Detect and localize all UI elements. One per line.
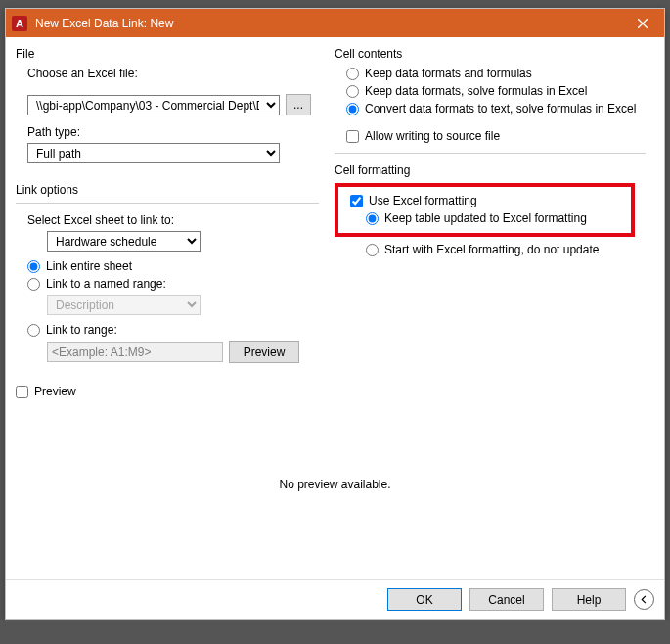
link-entire-sheet-label: Link entire sheet: [46, 259, 132, 273]
keep-formats-formulas-label: Keep data formats and formulas: [365, 67, 532, 80]
excel-file-select[interactable]: \\gbi-app\Company\03 - Commercial Dept\D…: [27, 95, 280, 115]
button-bar: OK Cancel Help: [6, 579, 664, 619]
separator: [335, 153, 646, 154]
cell-formatting-group-label: Cell formatting: [335, 163, 646, 177]
link-to-range-label: Link to range:: [46, 323, 117, 337]
titlebar[interactable]: A New Excel Data Link: New: [6, 9, 664, 37]
link-options-group-label: Link options: [16, 183, 319, 197]
cell-contents-group-label: Cell contents: [335, 47, 646, 61]
choose-file-label: Choose an Excel file:: [27, 67, 319, 80]
expand-button[interactable]: [634, 589, 654, 610]
keep-formats-formulas-radio[interactable]: [346, 68, 359, 80]
dialog-window: A New Excel Data Link: New File Choose a…: [5, 8, 665, 620]
keep-updated-radio[interactable]: [366, 212, 379, 225]
keep-formats-solve-label: Keep data formats, solve formulas in Exc…: [365, 84, 587, 98]
allow-writing-checkbox[interactable]: [346, 130, 359, 143]
close-icon: [638, 19, 648, 28]
keep-updated-label: Keep table updated to Excel formatting: [384, 211, 587, 225]
range-input: [47, 342, 223, 362]
left-column: File Choose an Excel file: \\gbi-app\Com…: [16, 47, 319, 371]
browse-button[interactable]: ...: [286, 94, 311, 115]
preview-checkbox[interactable]: [16, 386, 28, 398]
help-button[interactable]: Help: [552, 588, 626, 611]
start-with-excel-radio[interactable]: [366, 244, 379, 256]
cancel-button[interactable]: Cancel: [469, 588, 544, 611]
preview-pane: No preview available.: [16, 406, 654, 563]
link-named-range-radio[interactable]: [27, 278, 40, 291]
close-button[interactable]: [620, 9, 664, 37]
ok-button[interactable]: OK: [387, 588, 462, 611]
select-sheet-label: Select Excel sheet to link to:: [27, 213, 319, 227]
sheet-select[interactable]: Hardware schedule: [47, 231, 201, 252]
autocad-icon: A: [12, 16, 27, 31]
link-to-range-radio[interactable]: [27, 324, 40, 337]
use-excel-formatting-checkbox[interactable]: [350, 195, 363, 207]
start-with-excel-label: Start with Excel formatting, do not upda…: [384, 243, 599, 256]
dialog-body: File Choose an Excel file: \\gbi-app\Com…: [6, 37, 664, 579]
allow-writing-label: Allow writing to source file: [365, 129, 500, 143]
link-named-range-label: Link to a named range:: [46, 277, 166, 291]
preview-checkbox-label: Preview: [34, 385, 76, 398]
convert-to-text-label: Convert data formats to text, solve form…: [365, 102, 636, 115]
preview-range-button[interactable]: Preview: [229, 341, 299, 363]
convert-to-text-radio[interactable]: [346, 103, 359, 115]
no-preview-text: No preview available.: [279, 478, 390, 491]
named-range-select: Description: [47, 295, 201, 315]
file-group-label: File: [16, 47, 319, 61]
window-title: New Excel Data Link: New: [33, 17, 620, 30]
highlight-box: Use Excel formatting Keep table updated …: [335, 183, 635, 237]
chevron-left-icon: [640, 595, 648, 604]
link-entire-sheet-radio[interactable]: [27, 260, 40, 273]
separator: [16, 203, 319, 204]
preview-section: Preview No preview available.: [16, 385, 654, 563]
path-type-label: Path type:: [27, 125, 319, 139]
right-column: Cell contents Keep data formats and form…: [335, 47, 646, 371]
keep-formats-solve-radio[interactable]: [346, 85, 359, 98]
path-type-select[interactable]: Full path: [27, 143, 280, 163]
use-excel-formatting-label: Use Excel formatting: [369, 194, 477, 207]
